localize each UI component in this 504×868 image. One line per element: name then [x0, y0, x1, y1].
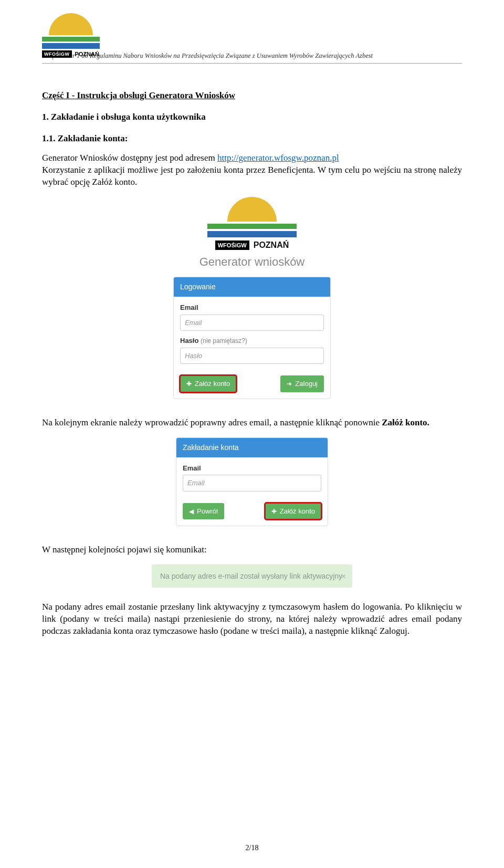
login-button[interactable]: ➜ Zaloguj: [280, 375, 324, 392]
plus-icon: ✚: [186, 380, 192, 388]
paragraph-3: Na kolejnym ekranie należy wprowadzić po…: [42, 417, 462, 429]
app-logo-wf: WFOŚiGW: [215, 240, 249, 250]
create-account-button[interactable]: ✚ Załóż konto: [180, 375, 236, 392]
create-email-label: Email: [183, 464, 321, 473]
section-h2: 1. Zakładanie i obsługa konta użytkownik…: [42, 111, 462, 123]
app-logo-city: POZNAŃ: [254, 240, 289, 250]
password-input[interactable]: Hasło: [180, 348, 324, 364]
logo-wf-text: WFOŚiGW: [42, 50, 72, 58]
create-account-button-2[interactable]: ✚ Załóż konto: [265, 503, 321, 520]
create-panel-header: Zakładanie konta: [176, 438, 328, 457]
paragraph-5: Na podany adres email zostanie przesłany…: [42, 601, 462, 637]
create-email-input[interactable]: Email: [183, 475, 321, 491]
plus-icon: ✚: [271, 507, 277, 516]
paragraph-4: W następnej kolejności pojawi się komuni…: [42, 544, 462, 556]
back-button[interactable]: ◀ Powrót: [183, 503, 224, 520]
section-h3: 1.1. Zakładanie konta:: [42, 133, 462, 145]
login-panel-header: Logowanie: [174, 277, 330, 297]
email-input[interactable]: Email: [180, 315, 324, 331]
success-alert: Na podany adres e-mail został wysłany li…: [152, 564, 352, 588]
header-logo: WFOŚiGW POZNAŃ: [42, 13, 100, 50]
section-title: Część I - Instrukcja obsługi Generatora …: [42, 90, 462, 102]
app-logo: WFOŚiGW POZNAŃ: [207, 197, 297, 250]
password-label: Hasło (nie pamiętasz?): [180, 336, 324, 346]
app-title: Generator wniosków: [173, 254, 331, 270]
screenshot-create-panel: Zakładanie konta Email Email ◀ Powrót ✚ …: [176, 437, 328, 527]
page-number: 2/18: [0, 844, 504, 852]
paragraph-1: Generator Wniosków dostępny jest pod adr…: [42, 152, 462, 189]
header-attachment-line: Załącznik nr 1 do Regulaminu Naboru Wnio…: [42, 52, 462, 64]
email-label: Email: [180, 303, 324, 312]
forgot-password-link[interactable]: (nie pamiętasz?): [201, 337, 247, 344]
alert-text: Na podany adres e-mail został wysłany li…: [160, 572, 342, 580]
arrow-left-icon: ◀: [189, 507, 194, 516]
login-icon: ➜: [287, 380, 292, 388]
login-panel: Logowanie Email Email Hasło (nie pamięta…: [173, 277, 331, 399]
logo-city-text: POZNAŃ: [75, 51, 99, 57]
screenshot-login-panel: WFOŚiGW POZNAŃ Generator wniosków Logowa…: [173, 197, 331, 399]
create-panel: Zakładanie konta Email Email ◀ Powrót ✚ …: [176, 437, 328, 527]
generator-link[interactable]: http://generator.wfosgw.poznan.pl: [217, 153, 339, 163]
close-icon[interactable]: ×: [341, 572, 346, 581]
